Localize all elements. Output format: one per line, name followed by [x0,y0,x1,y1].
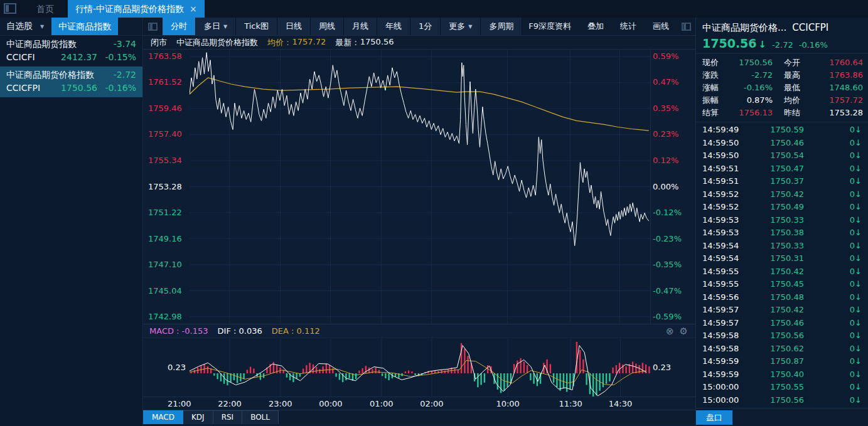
macd-panel[interactable]: 0.23 0.23 [143,338,695,397]
macd-hist-bar [635,364,636,374]
sale-price: 1750.55 [747,381,804,394]
stat-value: 1753.28 [813,107,863,119]
time-axis: 21:0022:0023:0000:0001:0002:0010:0011:30… [143,397,695,410]
toolbar-link-F9深度资料[interactable]: F9深度资料 [528,21,571,32]
sale-volume: 0↓ [839,278,862,291]
price-axis-label: 1761.52 [148,77,187,87]
sale-spacer [804,394,839,407]
sale-price: 1750.37 [747,175,804,188]
indicator-tab-KDJ[interactable]: KDJ [183,410,213,424]
dea-line [190,361,646,385]
toolbar-button-1分[interactable]: 1分 [410,18,441,35]
intraday-chart[interactable]: 1763.581761.521759.461757.401755.341753.… [143,50,695,324]
sale-time: 14:59:51 [702,162,747,176]
tab-quote-label: 行情-中证商品期货价格指数 [75,0,184,18]
watchlist-item-ccicfi[interactable]: 中证商品期货指数 -3.74 CCICFI 2412.37 -0.15% [0,36,142,67]
macd-plot-svg [190,338,651,397]
sale-time: 14:59:54 [702,252,747,265]
macd-hist-bar [454,369,455,373]
expand-panel-icon[interactable] [677,18,695,35]
tab-home[interactable]: 首页 [23,0,68,18]
macd-hist-bar [648,366,650,373]
sale-volume: 0↓ [839,137,862,150]
toolbar-button-分时[interactable]: 分时 [162,18,196,35]
indicator-tab-RSI[interactable]: RSI [213,410,243,424]
sale-time: 14:59:58 [702,329,747,343]
chart-status-bar: 闭市 中证商品期货价格指数 均价 :1757.72 最新 :1750.56 [143,36,695,50]
quote-title-name: 中证商品期货价格... [702,22,786,34]
window-panel-icon[interactable] [4,3,16,14]
sale-price: 1750.42 [747,188,804,201]
instrument-change: -2.72 [97,68,136,82]
tab-quote[interactable]: 行情-中证商品期货价格指数 × [68,0,205,18]
toolbar-link-统计[interactable]: 统计 [620,21,636,32]
toolbar-button-日线[interactable]: 日线 [277,18,311,35]
chart-toolbar: 分时多日▼Tick图日线周线月线年线1分更多▼多周期 F9深度资料叠加统计画线 [143,18,695,36]
sale-price: 1750.87 [747,355,804,368]
close-indicator-icon[interactable]: ⊗ [666,326,674,337]
quote-panel: 中证商品期货价格... CCICFPI 1750.56 ↓ -2.72 -0.1… [695,18,868,426]
macd-hist-bar [609,373,610,381]
collapse-panel-icon[interactable] [143,18,162,35]
sale-volume: 0↓ [839,175,862,188]
sales-row: 14:59:521750.420↓ [696,188,868,201]
indicator-tab-BOLL[interactable]: BOLL [242,410,279,424]
macd-hist-bar [616,365,617,373]
macd-hist-bar [458,370,459,374]
sale-price: 1750.56 [747,394,804,407]
toolbar-button-多周期[interactable]: 多周期 [481,18,522,35]
sale-volume: 0↓ [839,188,862,201]
sale-volume: 0↓ [839,240,862,253]
sale-volume: 0↓ [839,265,862,279]
sale-spacer [804,226,839,240]
watchlist-group-selector[interactable]: 自选股 ▼ [0,18,50,35]
sale-spacer [804,149,839,162]
sale-price: 1750.54 [747,149,804,162]
toolbar-button-月线[interactable]: 月线 [344,18,377,35]
time-sales-list[interactable]: 14:59:491750.590↓14:59:501750.460↓14:59:… [696,122,868,406]
stat-label: 结算 [702,107,731,119]
macd-hist-bar [335,373,336,377]
macd-hist-bar [378,370,380,374]
sales-row: 15:00:001750.550↓ [696,381,868,394]
watchlist-group-tab[interactable]: 中证商品指数 [51,18,118,35]
watchlist-sidebar: 自选股 ▼ 中证商品指数 中证商品期货指数 -3.74 CCICFI 2412.… [0,18,143,426]
toolbar-link-画线[interactable]: 画线 [653,21,669,32]
toolbar-buttons: 分时多日▼Tick图日线周线月线年线1分更多▼多周期 [162,18,522,35]
sale-spacer [804,278,839,291]
sales-row: 14:59:541750.330↓ [696,240,868,253]
sales-row: 14:59:551750.420↓ [696,265,868,279]
toolbar-button-年线[interactable]: 年线 [377,18,410,35]
toolbar-button-多日[interactable]: 多日▼ [196,18,236,35]
sale-spacer [804,368,839,381]
sale-volume: 0↓ [839,343,862,356]
macd-hist-bar [579,350,581,373]
toolbar-button-周线[interactable]: 周线 [311,18,344,35]
sale-price: 1750.59 [747,124,804,137]
macd-hist-bar [619,363,620,373]
order-book-button[interactable]: 盘口 [696,410,732,425]
sale-spacer [804,265,839,279]
sale-spacer [804,343,839,356]
market-status: 闭市 [151,37,167,48]
sales-row: 14:59:501750.460↓ [696,137,868,150]
macd-hist-bar [207,366,208,373]
sale-price: 1750.33 [747,240,804,253]
macd-hist-bar [233,373,235,380]
indicator-settings-icon[interactable]: ⚙ [680,326,688,337]
watchlist-item-ccicfpi[interactable]: 中证商品期货价格指数 -2.72 CCICFPI 1750.56 -0.16% [0,67,142,97]
sales-row: 14:59:521750.490↓ [696,201,868,214]
sale-time: 15:00:00 [702,394,747,407]
toolbar-button-Tick图[interactable]: Tick图 [236,18,277,35]
macd-hist-bar [586,373,587,385]
toolbar-button-更多[interactable]: 更多▼ [441,18,481,35]
toolbar-link-叠加[interactable]: 叠加 [587,21,604,32]
indicator-tab-MACD[interactable]: MACD [143,410,183,424]
sale-time: 14:59:51 [702,175,747,188]
price-axis-label: 1745.04 [148,286,187,296]
sale-volume: 0↓ [839,355,862,368]
sale-volume: 0↓ [839,394,862,407]
close-icon[interactable]: × [190,0,197,18]
quote-change: -2.72 [772,40,793,50]
stat-label: 均价 [784,94,813,107]
